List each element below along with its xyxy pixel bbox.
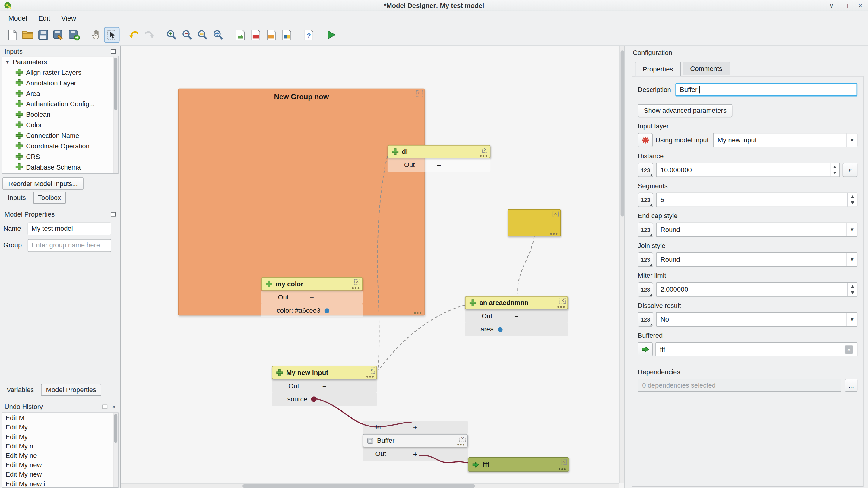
save-model-as-button[interactable] — [51, 27, 66, 42]
expander-icon[interactable]: ▼ — [5, 59, 10, 64]
undo-history-item[interactable]: Edit M — [2, 413, 118, 422]
tab-properties[interactable]: Properties — [635, 62, 681, 77]
fold-toggle[interactable]: − — [515, 312, 519, 320]
menu-model[interactable]: Model — [3, 12, 32, 24]
float-dock-icon[interactable] — [102, 405, 107, 409]
export-as-image-button[interactable] — [232, 27, 248, 42]
source-socket-dot[interactable] — [311, 396, 317, 402]
segments-spinbox[interactable]: 5 — [656, 193, 858, 207]
spin-buttons[interactable] — [847, 193, 857, 207]
node-header[interactable]: My new input × — [272, 366, 377, 379]
float-dock-icon[interactable] — [111, 212, 116, 217]
node-out-row[interactable]: Out − — [465, 309, 568, 323]
parameters-tree[interactable]: ▼ Parameters Align raster Layers Annotat… — [2, 56, 119, 174]
model-node-an-areacdnmnn[interactable]: an areacdnmnn × Out − area — [465, 296, 568, 336]
clear-text-icon[interactable]: × — [845, 345, 853, 354]
zoom-full-button[interactable] — [195, 27, 210, 42]
model-node-buffer[interactable]: In + Buffer × Out + — [363, 421, 468, 461]
undo-history-item[interactable]: Edit My new — [2, 460, 118, 469]
node-header[interactable]: an areacdnmnn × — [465, 296, 568, 309]
remove-node-icon[interactable]: × — [553, 211, 559, 217]
value-socket-dot[interactable] — [498, 327, 503, 332]
remove-node-icon[interactable]: × — [482, 147, 488, 153]
distance-spinbox[interactable]: 10.000000 — [656, 163, 840, 177]
model-canvas[interactable]: New Group now × di × O — [121, 46, 624, 488]
dependencies-more-button[interactable]: ... — [845, 378, 858, 392]
redo-button[interactable] — [142, 27, 157, 42]
data-defined-button[interactable]: 123 — [638, 163, 653, 177]
node-header[interactable]: Buffer × — [363, 434, 468, 447]
parameter-item[interactable]: Color — [2, 119, 118, 130]
fold-toggle[interactable]: − — [322, 382, 327, 390]
undo-history-list[interactable]: Edit M Edit My Edit My Edit My n Edit My… — [2, 412, 119, 488]
dissolve-result-combo[interactable]: No ▼ — [656, 312, 858, 327]
node-in-row[interactable]: In + — [363, 421, 468, 434]
remove-node-icon[interactable]: × — [369, 368, 375, 374]
tab-toolbox[interactable]: Toolbox — [33, 191, 66, 204]
fold-dots-icon[interactable] — [463, 444, 464, 446]
parameter-item[interactable]: Connection Name — [2, 130, 118, 141]
export-as-pdf-button[interactable] — [248, 27, 263, 42]
model-node-my-color[interactable]: my color × Out − color: #a6cee3 — [261, 277, 363, 317]
fold-dots-icon[interactable] — [372, 376, 374, 377]
fold-dots-icon[interactable] — [358, 287, 360, 289]
export-as-script-button[interactable] — [279, 27, 294, 42]
tab-variables[interactable]: Variables — [2, 384, 38, 395]
fold-toggle[interactable]: − — [310, 293, 314, 302]
parameter-item[interactable]: Annotation Layer — [2, 78, 118, 88]
zoom-out-button[interactable] — [180, 27, 195, 42]
model-group-input[interactable]: Enter group name here — [28, 239, 111, 251]
data-defined-button[interactable]: 123 — [638, 282, 653, 297]
tab-model-properties[interactable]: Model Properties — [41, 384, 101, 396]
fold-toggle[interactable]: + — [437, 161, 441, 169]
float-dock-icon[interactable] — [111, 49, 116, 54]
zoom-to-selection-button[interactable] — [210, 27, 226, 42]
node-out-row[interactable]: Out + — [363, 447, 468, 461]
show-advanced-parameters-button[interactable]: Show advanced parameters — [638, 104, 733, 117]
data-defined-button[interactable]: 123 — [638, 193, 653, 207]
data-defined-button[interactable]: 123 — [638, 312, 653, 327]
undo-history-item[interactable]: Edit My n — [2, 441, 118, 451]
data-defined-button[interactable]: 123 — [638, 222, 653, 237]
tree-scrollbar[interactable] — [113, 56, 118, 173]
canvas-horizontal-scrollbar[interactable] — [121, 483, 619, 488]
spin-buttons[interactable] — [847, 283, 857, 296]
model-node-my-new-input[interactable]: My new input × Out − source — [272, 366, 377, 406]
input-layer-combo[interactable]: My new input ▼ — [713, 133, 858, 148]
export-as-svg-button[interactable] — [264, 27, 279, 42]
remove-node-icon[interactable]: × — [459, 436, 465, 442]
model-name-input[interactable]: My test model — [28, 222, 111, 235]
menu-edit[interactable]: Edit — [33, 12, 55, 24]
model-node-fff[interactable]: fff × — [468, 457, 569, 472]
expression-button[interactable]: ε — [843, 163, 858, 177]
tab-comments[interactable]: Comments — [683, 62, 730, 75]
parameter-item[interactable]: Database Schema — [2, 162, 118, 172]
output-icon-button[interactable] — [638, 342, 653, 357]
data-defined-button[interactable]: 123 — [638, 252, 653, 267]
node-out-row[interactable]: Out − — [261, 291, 363, 304]
undo-list-scrollbar[interactable] — [113, 413, 118, 487]
undo-history-item[interactable]: Edit My new i — [2, 479, 118, 488]
fold-dots-icon[interactable] — [563, 306, 565, 308]
undo-history-item[interactable]: Edit My — [2, 422, 118, 432]
fold-toggle[interactable]: + — [413, 450, 417, 458]
remove-node-icon[interactable]: × — [561, 459, 567, 465]
node-header[interactable]: fff × — [468, 457, 569, 472]
parameter-item[interactable]: Authentication Config... — [2, 99, 118, 109]
fold-dots-icon[interactable] — [486, 155, 487, 157]
fold-dots-icon[interactable] — [564, 468, 566, 470]
parameter-item[interactable]: Align raster Layers — [2, 67, 118, 78]
select-tool-button[interactable] — [104, 27, 119, 42]
undo-history-item[interactable]: Edit My — [2, 432, 118, 441]
menu-view[interactable]: View — [56, 12, 81, 24]
input-layer-source-button[interactable] — [638, 133, 653, 148]
save-model-button[interactable] — [35, 27, 51, 42]
join-style-combo[interactable]: Round ▼ — [656, 252, 858, 267]
model-node-comment[interactable]: × — [507, 209, 561, 237]
spin-buttons[interactable] — [830, 163, 839, 177]
help-button[interactable]: ? — [301, 27, 317, 42]
node-out-row[interactable]: Out + — [388, 158, 490, 172]
parameter-item[interactable]: Area — [2, 88, 118, 99]
new-model-button[interactable] — [4, 27, 20, 42]
buffered-output-input[interactable]: fff × — [655, 342, 858, 357]
